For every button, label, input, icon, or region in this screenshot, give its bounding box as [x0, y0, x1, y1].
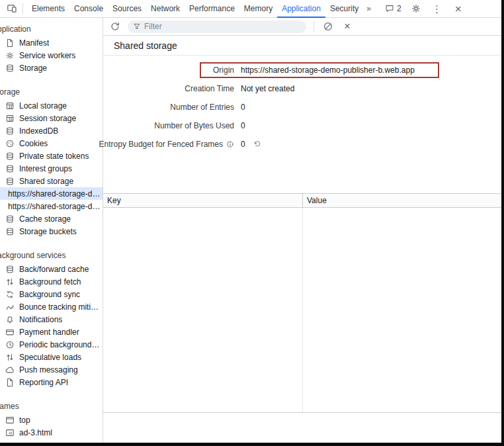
- clear-events-button[interactable]: [321, 20, 335, 33]
- page-title: Shared storage: [103, 36, 501, 56]
- field-row-entropy-budget: Entropy Budget for Fenced Frames 0: [103, 135, 501, 154]
- field-label: Number of Bytes Used: [103, 121, 234, 130]
- close-devtools-button[interactable]: ×: [452, 2, 465, 15]
- toggle-device-toolbar-button[interactable]: [5, 2, 19, 15]
- info-icon[interactable]: [226, 140, 234, 148]
- sidebar-item-interest-groups[interactable]: Interest groups: [0, 162, 103, 175]
- manifest-icon: [5, 38, 15, 48]
- sidebar-item-payment-handler[interactable]: Payment handler: [0, 326, 103, 338]
- up-down-arrows-icon: [5, 277, 15, 287]
- shared-storage-view: × Shared storage Origin https://shared-s…: [103, 18, 501, 443]
- database-icon: [5, 227, 15, 236]
- database-icon: [5, 126, 15, 136]
- sidebar-item-service-workers[interactable]: Service workers: [0, 49, 103, 62]
- sidebar-item-shared-storage-origin-2[interactable]: https://shared-storage-d…: [0, 200, 103, 212]
- origin-value: https://shared-storage-demo-publisher-b.…: [241, 66, 415, 75]
- sidebar-item-shared-storage-origin-1[interactable]: https://shared-storage-d…: [0, 187, 103, 200]
- database-icon: [5, 265, 15, 274]
- application-sidebar: Application Manifest Service workers Sto…: [0, 18, 103, 443]
- shared-storage-toolbar: ×: [103, 18, 501, 36]
- refresh-button[interactable]: [108, 20, 122, 33]
- table-body-empty: [103, 208, 501, 413]
- storage-icon: [5, 64, 15, 73]
- tab-application[interactable]: Application: [277, 0, 325, 18]
- sidebar-item-storage-buckets[interactable]: Storage buckets: [0, 225, 103, 238]
- database-icon: [5, 214, 15, 224]
- clock-icon: [5, 340, 15, 349]
- tab-sources[interactable]: Sources: [108, 0, 146, 18]
- sidebar-item-storage[interactable]: Storage: [0, 62, 103, 74]
- column-header-value[interactable]: Value: [303, 194, 501, 207]
- filter-box[interactable]: [128, 21, 306, 33]
- clear-filter-button[interactable]: ×: [341, 20, 354, 33]
- sidebar-item-reporting-api[interactable]: Reporting API: [0, 376, 103, 388]
- application-panel: Application Manifest Service workers Sto…: [0, 18, 501, 443]
- column-header-key[interactable]: Key: [103, 194, 303, 207]
- shared-storage-metadata: Origin https://shared-storage-demo-publi…: [103, 56, 501, 154]
- section-header-background-services: Background services: [0, 248, 103, 263]
- device-toolbar-icon: [7, 3, 17, 14]
- tab-performance[interactable]: Performance: [185, 0, 239, 18]
- table-icon: [5, 114, 15, 123]
- database-icon: [5, 177, 15, 186]
- bytes-used-value: 0: [241, 121, 245, 130]
- sidebar-item-frame-ad-3[interactable]: ad-3.html: [0, 426, 103, 439]
- toolbar-divider: [22, 3, 23, 14]
- more-tabs-button[interactable]: »: [363, 4, 374, 13]
- sidebar-section-background-services: Background services Back/forward cache B…: [0, 248, 103, 388]
- sidebar-item-cache-storage[interactable]: Cache storage: [0, 212, 103, 225]
- frame-icon: [5, 416, 15, 425]
- kebab-menu-button[interactable]: ⋮: [431, 2, 444, 15]
- field-label: Entropy Budget for Fenced Frames: [103, 140, 234, 149]
- table-icon: [5, 101, 15, 111]
- sidebar-item-notifications[interactable]: Notifications: [0, 313, 103, 326]
- field-label: Origin: [103, 66, 234, 75]
- field-row-creation-time: Creation Time Not yet created: [103, 79, 501, 98]
- up-down-arrows-icon: [5, 353, 15, 362]
- console-messages-badge[interactable]: 2: [385, 4, 401, 13]
- field-row-origin: Origin https://shared-storage-demo-publi…: [103, 61, 501, 79]
- sidebar-section-application: Application Manifest Service workers Sto…: [0, 22, 103, 74]
- service-workers-icon: [5, 51, 15, 60]
- sidebar-item-back-forward-cache[interactable]: Back/forward cache: [0, 263, 103, 275]
- credit-card-icon: [5, 328, 15, 337]
- toolbar-divider: [314, 21, 314, 32]
- gear-icon: [411, 3, 421, 14]
- settings-button[interactable]: [409, 2, 423, 15]
- cloud-icon: [5, 365, 15, 375]
- sidebar-item-frame-top[interactable]: top: [0, 414, 103, 426]
- sidebar-item-cookies[interactable]: Cookies: [0, 137, 103, 150]
- sidebar-item-manifest[interactable]: Manifest: [0, 36, 103, 49]
- sidebar-item-session-storage[interactable]: Session storage: [0, 112, 103, 124]
- reset-budget-icon[interactable]: [253, 140, 261, 148]
- tab-elements[interactable]: Elements: [27, 0, 69, 18]
- bounce-arrow-icon: [5, 302, 15, 312]
- sidebar-item-indexeddb[interactable]: IndexedDB: [0, 124, 103, 137]
- tab-console[interactable]: Console: [69, 0, 108, 18]
- sidebar-item-private-state-tokens[interactable]: Private state tokens: [0, 150, 103, 162]
- sidebar-section-storage: Storage Local storage Session storage In…: [0, 85, 103, 238]
- tab-network[interactable]: Network: [146, 0, 185, 18]
- sidebar-item-local-storage[interactable]: Local storage: [0, 99, 103, 112]
- sidebar-item-periodic-background-sync[interactable]: Periodic background sync: [0, 338, 103, 351]
- funnel-icon: [133, 22, 141, 30]
- sidebar-item-shared-storage[interactable]: Shared storage: [0, 175, 103, 187]
- sidebar-item-speculative-loads[interactable]: Speculative loads: [0, 351, 103, 363]
- refresh-icon: [110, 21, 120, 32]
- sidebar-item-bounce-tracking-mitigations[interactable]: Bounce tracking mitigations: [0, 300, 103, 313]
- creation-time-value: Not yet created: [241, 84, 294, 93]
- sidebar-item-push-messaging[interactable]: Push messaging: [0, 363, 103, 376]
- sidebar-item-background-sync[interactable]: Background sync: [0, 288, 103, 300]
- table-header-row: Key Value: [103, 194, 501, 208]
- sync-icon: [5, 290, 15, 299]
- section-header-storage: Storage: [0, 85, 103, 99]
- filter-input[interactable]: [144, 22, 301, 31]
- tab-security[interactable]: Security: [325, 0, 363, 18]
- tab-memory[interactable]: Memory: [239, 0, 277, 18]
- shared-storage-items-table: Key Value: [103, 193, 501, 413]
- message-bubble-icon: [385, 4, 394, 13]
- database-icon: [5, 164, 15, 173]
- field-label: Creation Time: [103, 84, 234, 93]
- field-row-number-of-bytes: Number of Bytes Used 0: [103, 116, 501, 135]
- sidebar-item-background-fetch[interactable]: Background fetch: [0, 275, 103, 288]
